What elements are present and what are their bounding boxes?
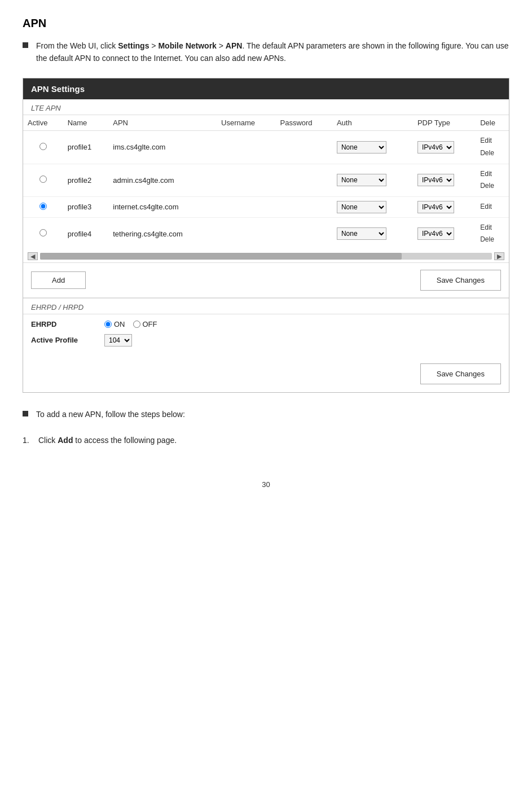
active-cell-0[interactable] — [23, 131, 63, 164]
username-cell-2 — [217, 196, 275, 217]
col-auth: Auth — [332, 115, 413, 131]
col-pdp-type: PDP Type — [413, 115, 476, 131]
active-profile-select[interactable]: 104 105 106 — [104, 334, 132, 347]
active-radio-3[interactable] — [39, 229, 47, 236]
password-cell-2 — [276, 196, 332, 217]
apn-settings-box: APN Settings LTE APN Active Name APN Use… — [23, 78, 509, 393]
auth-select-1[interactable]: NonePAPCHAPPAP/CHAP — [337, 174, 386, 186]
scroll-right-arrow[interactable]: ▶ — [494, 252, 504, 260]
lte-apn-table: Active Name APN Username Password Auth P… — [23, 115, 509, 250]
password-cell-3 — [276, 217, 332, 250]
apn-settings-header: APN Settings — [23, 78, 509, 99]
edit-link-2[interactable]: Edit — [480, 201, 504, 213]
step-1: 1. Click Add to access the following pag… — [23, 435, 509, 446]
table-row: profile4tethering.cs4glte.comNonePAPCHAP… — [23, 217, 509, 250]
intro-bullet: From the Web UI, click Settings > Mobile… — [23, 40, 509, 64]
scroll-left-arrow[interactable]: ◀ — [28, 252, 38, 260]
apn-cell-2: internet.cs4glte.com — [108, 196, 217, 217]
active-profile-row: Active Profile 104 105 106 — [31, 334, 501, 347]
active-radio-0[interactable] — [39, 143, 47, 150]
actions-cell-1[interactable]: EditDele — [476, 164, 509, 196]
col-active: Active — [23, 115, 63, 131]
pdp-select-1[interactable]: IPv4v6IPv4IPv6 — [417, 174, 454, 186]
col-password: Password — [276, 115, 332, 131]
ehrpd-on-label[interactable]: ON — [104, 320, 125, 328]
auth-select-3[interactable]: NonePAPCHAPPAP/CHAP — [337, 227, 386, 240]
name-cell-3: profile4 — [63, 217, 109, 250]
lte-section-label: LTE APN — [23, 99, 509, 115]
username-cell-1 — [217, 164, 275, 196]
ehrpd-on-text: ON — [114, 320, 125, 328]
bullet2-icon — [23, 411, 28, 416]
ehrpd-on-radio[interactable] — [104, 321, 112, 328]
auth-cell-3[interactable]: NonePAPCHAPPAP/CHAP — [332, 217, 413, 250]
name-cell-0: profile1 — [63, 131, 109, 164]
dele-link-0[interactable]: Dele — [480, 147, 504, 160]
table-header-row: Active Name APN Username Password Auth P… — [23, 115, 509, 131]
pdp-cell-0[interactable]: IPv4v6IPv4IPv6 — [413, 131, 476, 164]
add-button[interactable]: Add — [31, 271, 86, 289]
password-cell-0 — [276, 131, 332, 164]
auth-cell-1[interactable]: NonePAPCHAPPAP/CHAP — [332, 164, 413, 196]
dele-link-3[interactable]: Dele — [480, 234, 504, 246]
ehrpd-off-label[interactable]: OFF — [133, 320, 157, 328]
apn-cell-3: tethering.cs4glte.com — [108, 217, 217, 250]
scrollbar-row: ◀ ▶ — [23, 250, 509, 263]
pdp-cell-3[interactable]: IPv4v6IPv4IPv6 — [413, 217, 476, 250]
name-cell-1: profile2 — [63, 164, 109, 196]
edit-link-0[interactable]: Edit — [480, 135, 504, 147]
col-apn: APN — [108, 115, 217, 131]
apn-cell-0: ims.cs4glte.com — [108, 131, 217, 164]
bullet2: To add a new APN, follow the steps below… — [23, 409, 509, 421]
active-cell-3[interactable] — [23, 217, 63, 250]
edit-link-3[interactable]: Edit — [480, 222, 504, 234]
intro-text: From the Web UI, click Settings > Mobile… — [36, 40, 509, 64]
auth-cell-0[interactable]: NonePAPCHAPPAP/CHAP — [332, 131, 413, 164]
actions-cell-0[interactable]: EditDele — [476, 131, 509, 164]
auth-select-2[interactable]: NonePAPCHAPPAP/CHAP — [337, 201, 386, 213]
active-cell-1[interactable] — [23, 164, 63, 196]
dele-link-1[interactable]: Dele — [480, 180, 504, 192]
ehrpd-save-row: Save Changes — [23, 358, 509, 392]
col-username: Username — [217, 115, 275, 131]
scrollbar-track[interactable] — [40, 253, 492, 260]
actions-cell-2[interactable]: Edit — [476, 196, 509, 217]
apn-bold: APN — [226, 41, 243, 50]
ehrpd-controls: ON OFF — [104, 320, 157, 328]
auth-cell-2[interactable]: NonePAPCHAPPAP/CHAP — [332, 196, 413, 217]
table-row: profile2admin.cs4glte.comNonePAPCHAPPAP/… — [23, 164, 509, 196]
auth-select-0[interactable]: NonePAPCHAPPAP/CHAP — [337, 141, 386, 154]
save-changes-ehrpd-button[interactable]: Save Changes — [420, 363, 501, 384]
pdp-select-3[interactable]: IPv4v6IPv4IPv6 — [417, 227, 454, 240]
col-name: Name — [63, 115, 109, 131]
active-radio-1[interactable] — [39, 176, 47, 183]
ehrpd-section-label: EHRPD / HRPD — [23, 298, 509, 314]
ehrpd-row: EHRPD ON OFF — [31, 320, 501, 328]
ehrpd-off-text: OFF — [143, 320, 157, 328]
ehrpd-rows: EHRPD ON OFF Active Profile 104 105 106 — [23, 314, 509, 358]
save-changes-lte-button[interactable]: Save Changes — [420, 270, 501, 291]
step-1-num: 1. — [23, 435, 38, 446]
pdp-cell-2[interactable]: IPv4v6IPv4IPv6 — [413, 196, 476, 217]
active-cell-2[interactable] — [23, 196, 63, 217]
page-title: APN — [23, 17, 509, 30]
page-number: 30 — [23, 480, 509, 489]
active-radio-2[interactable] — [39, 203, 47, 210]
pdp-select-2[interactable]: IPv4v6IPv4IPv6 — [417, 201, 454, 213]
mobile-network-bold: Mobile Network — [158, 41, 216, 50]
edit-link-1[interactable]: Edit — [480, 168, 504, 181]
step-1-bold: Add — [58, 436, 73, 445]
ehrpd-label: EHRPD — [31, 320, 104, 328]
ehrpd-off-radio[interactable] — [133, 321, 140, 328]
settings-bold: Settings — [118, 41, 149, 50]
numbered-steps: 1. Click Add to access the following pag… — [23, 435, 509, 446]
add-save-row: Add Save Changes — [23, 263, 509, 298]
pdp-select-0[interactable]: IPv4v6IPv4IPv6 — [417, 141, 454, 154]
pdp-cell-1[interactable]: IPv4v6IPv4IPv6 — [413, 164, 476, 196]
actions-cell-3[interactable]: EditDele — [476, 217, 509, 250]
apn-cell-1: admin.cs4glte.com — [108, 164, 217, 196]
bullet-icon — [23, 42, 28, 48]
password-cell-1 — [276, 164, 332, 196]
bullet2-text: To add a new APN, follow the steps below… — [36, 409, 509, 421]
table-row: profile1ims.cs4glte.comNonePAPCHAPPAP/CH… — [23, 131, 509, 164]
